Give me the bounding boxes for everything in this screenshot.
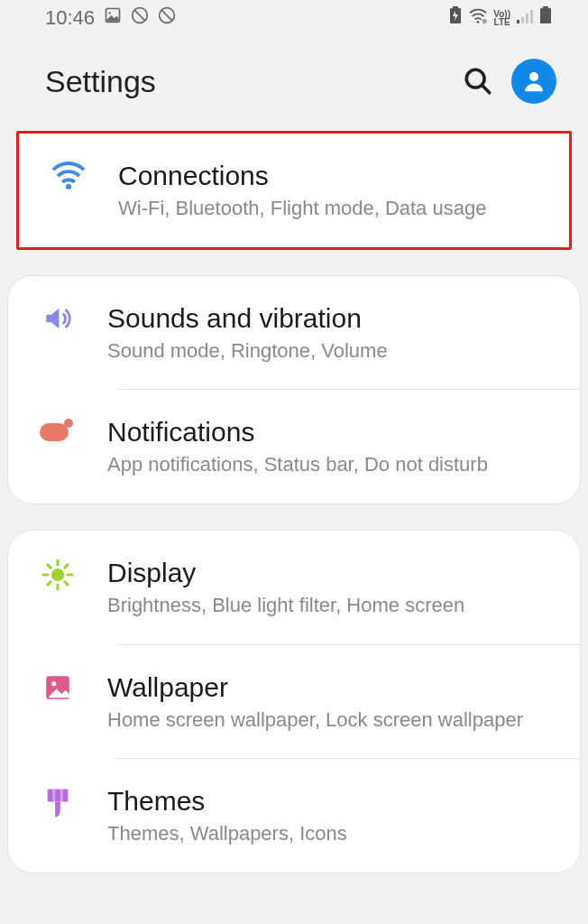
brush-icon [35, 786, 80, 820]
svg-line-27 [65, 582, 68, 585]
item-title: Wallpaper [107, 672, 553, 703]
svg-point-1 [108, 12, 111, 14]
svg-line-16 [482, 85, 490, 93]
image-icon [104, 6, 122, 30]
item-subtitle: Themes, Wallpapers, Icons [107, 820, 553, 847]
item-title: Themes [107, 786, 553, 817]
settings-item-notifications[interactable]: Notifications App notifications, Status … [8, 390, 580, 504]
item-subtitle: Wi-Fi, Bluetooth, Flight mode, Data usag… [118, 195, 542, 222]
speaker-icon [35, 303, 80, 334]
wifi-icon [468, 6, 488, 30]
page-title: Settings [45, 64, 156, 99]
settings-header: Settings [0, 36, 588, 131]
svg-rect-33 [52, 790, 55, 802]
battery-icon [539, 6, 552, 30]
svg-rect-34 [60, 790, 63, 802]
settings-item-sounds[interactable]: Sounds and vibration Sound mode, Rington… [8, 276, 580, 390]
svg-rect-10 [521, 17, 524, 23]
svg-point-8 [477, 21, 480, 23]
settings-item-display[interactable]: Display Brightness, Blue light filter, H… [8, 531, 580, 644]
dnd-icon [131, 6, 149, 30]
item-title: Sounds and vibration [107, 303, 553, 334]
item-title: Notifications [107, 417, 553, 448]
svg-line-29 [65, 565, 68, 568]
item-title: Display [107, 558, 553, 588]
wifi-icon [46, 161, 91, 191]
svg-rect-13 [540, 8, 551, 23]
svg-point-17 [529, 72, 538, 81]
search-button[interactable] [463, 66, 493, 97]
svg-point-20 [64, 419, 73, 428]
sun-icon [35, 558, 80, 592]
item-subtitle: App notifications, Status bar, Do not di… [107, 451, 553, 478]
item-subtitle: Sound mode, Ringtone, Volume [107, 337, 553, 365]
settings-card: Display Brightness, Blue light filter, H… [7, 530, 581, 873]
notification-icon [35, 417, 80, 442]
signal-icon [516, 6, 534, 30]
item-title: Connections [118, 161, 542, 191]
svg-rect-9 [517, 20, 519, 23]
settings-item-themes[interactable]: Themes Themes, Wallpapers, Icons [8, 759, 580, 873]
svg-rect-11 [526, 14, 528, 23]
svg-line-3 [134, 10, 145, 21]
svg-point-18 [66, 184, 71, 189]
svg-line-26 [48, 565, 51, 568]
settings-card-connections: Connections Wi-Fi, Bluetooth, Flight mod… [16, 131, 572, 250]
svg-rect-19 [40, 423, 69, 441]
image-icon [35, 672, 80, 703]
svg-rect-7 [453, 6, 458, 9]
battery-saver-icon [448, 6, 463, 30]
svg-rect-12 [530, 10, 533, 23]
item-subtitle: Home screen wallpaper, Lock screen wallp… [107, 707, 553, 734]
svg-rect-32 [48, 790, 69, 802]
profile-button[interactable] [511, 59, 556, 104]
svg-rect-14 [543, 6, 548, 9]
svg-line-5 [161, 10, 172, 21]
settings-card: Sounds and vibration Sound mode, Rington… [7, 275, 581, 504]
svg-point-31 [51, 681, 56, 686]
settings-item-connections[interactable]: Connections Wi-Fi, Bluetooth, Flight mod… [19, 134, 569, 247]
status-time: 10:46 [45, 6, 95, 30]
svg-point-21 [51, 568, 64, 581]
volte-icon: Vo))LTE [493, 10, 510, 26]
settings-item-wallpaper[interactable]: Wallpaper Home screen wallpaper, Lock sc… [8, 645, 580, 759]
dnd-icon [158, 6, 176, 30]
status-bar: 10:46 Vo))LTE [0, 0, 588, 36]
item-subtitle: Brightness, Blue light filter, Home scre… [107, 592, 553, 619]
svg-line-28 [48, 582, 51, 585]
